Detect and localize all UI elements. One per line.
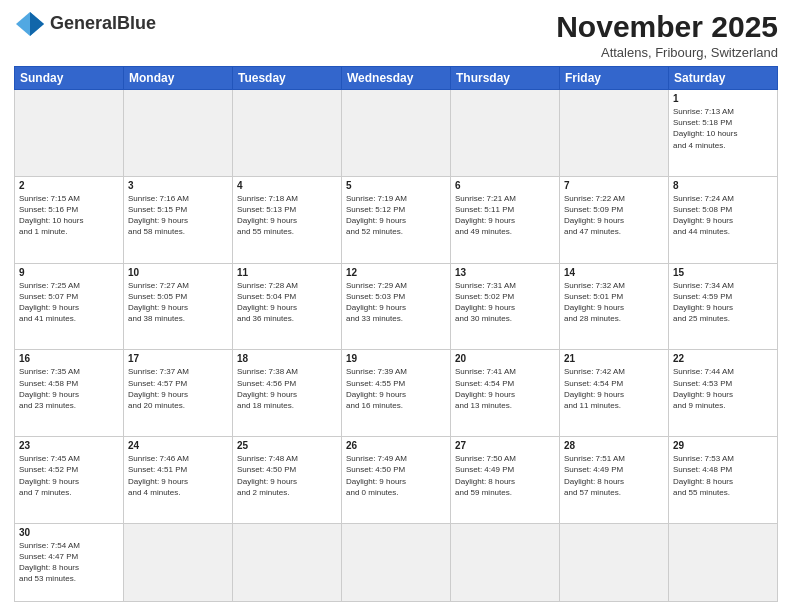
day-number-1: 1 bbox=[673, 93, 773, 104]
day-info-4: Sunrise: 7:18 AM Sunset: 5:13 PM Dayligh… bbox=[237, 193, 337, 238]
calendar-cell-w1-d0: 2Sunrise: 7:15 AM Sunset: 5:16 PM Daylig… bbox=[15, 176, 124, 263]
day-info-3: Sunrise: 7:16 AM Sunset: 5:15 PM Dayligh… bbox=[128, 193, 228, 238]
calendar-cell-w4-d5: 28Sunrise: 7:51 AM Sunset: 4:49 PM Dayli… bbox=[560, 437, 669, 524]
day-number-15: 15 bbox=[673, 267, 773, 278]
calendar-body: 1Sunrise: 7:13 AM Sunset: 5:18 PM Daylig… bbox=[15, 90, 778, 602]
calendar-cell-w2-d2: 11Sunrise: 7:28 AM Sunset: 5:04 PM Dayli… bbox=[233, 263, 342, 350]
title-block: November 2025 Attalens, Fribourg, Switze… bbox=[556, 10, 778, 60]
col-thursday: Thursday bbox=[451, 67, 560, 90]
calendar-cell-w4-d1: 24Sunrise: 7:46 AM Sunset: 4:51 PM Dayli… bbox=[124, 437, 233, 524]
calendar-cell-w2-d3: 12Sunrise: 7:29 AM Sunset: 5:03 PM Dayli… bbox=[342, 263, 451, 350]
day-number-7: 7 bbox=[564, 180, 664, 191]
day-number-21: 21 bbox=[564, 353, 664, 364]
logo-normal: General bbox=[50, 13, 117, 33]
col-sunday: Sunday bbox=[15, 67, 124, 90]
calendar-week-1: 2Sunrise: 7:15 AM Sunset: 5:16 PM Daylig… bbox=[15, 176, 778, 263]
calendar-cell-w4-d2: 25Sunrise: 7:48 AM Sunset: 4:50 PM Dayli… bbox=[233, 437, 342, 524]
day-number-12: 12 bbox=[346, 267, 446, 278]
day-info-11: Sunrise: 7:28 AM Sunset: 5:04 PM Dayligh… bbox=[237, 280, 337, 325]
calendar-cell-w4-d4: 27Sunrise: 7:50 AM Sunset: 4:49 PM Dayli… bbox=[451, 437, 560, 524]
logo: GeneralBlue bbox=[14, 10, 156, 38]
calendar-table: Sunday Monday Tuesday Wednesday Thursday… bbox=[14, 66, 778, 602]
calendar-cell-w1-d4: 6Sunrise: 7:21 AM Sunset: 5:11 PM Daylig… bbox=[451, 176, 560, 263]
logo-text: GeneralBlue bbox=[50, 14, 156, 34]
day-number-19: 19 bbox=[346, 353, 446, 364]
calendar-cell-w0-d3 bbox=[342, 90, 451, 177]
col-friday: Friday bbox=[560, 67, 669, 90]
day-number-26: 26 bbox=[346, 440, 446, 451]
day-info-17: Sunrise: 7:37 AM Sunset: 4:57 PM Dayligh… bbox=[128, 366, 228, 411]
header: GeneralBlue November 2025 Attalens, Frib… bbox=[14, 10, 778, 60]
day-number-5: 5 bbox=[346, 180, 446, 191]
calendar-cell-w0-d4 bbox=[451, 90, 560, 177]
calendar-cell-w3-d2: 18Sunrise: 7:38 AM Sunset: 4:56 PM Dayli… bbox=[233, 350, 342, 437]
day-number-29: 29 bbox=[673, 440, 773, 451]
calendar-cell-w5-d6 bbox=[669, 523, 778, 601]
day-info-28: Sunrise: 7:51 AM Sunset: 4:49 PM Dayligh… bbox=[564, 453, 664, 498]
month-title: November 2025 bbox=[556, 10, 778, 43]
calendar-cell-w2-d1: 10Sunrise: 7:27 AM Sunset: 5:05 PM Dayli… bbox=[124, 263, 233, 350]
calendar-week-0: 1Sunrise: 7:13 AM Sunset: 5:18 PM Daylig… bbox=[15, 90, 778, 177]
day-number-27: 27 bbox=[455, 440, 555, 451]
calendar-cell-w0-d6: 1Sunrise: 7:13 AM Sunset: 5:18 PM Daylig… bbox=[669, 90, 778, 177]
calendar-cell-w3-d6: 22Sunrise: 7:44 AM Sunset: 4:53 PM Dayli… bbox=[669, 350, 778, 437]
day-number-3: 3 bbox=[128, 180, 228, 191]
day-info-14: Sunrise: 7:32 AM Sunset: 5:01 PM Dayligh… bbox=[564, 280, 664, 325]
day-info-29: Sunrise: 7:53 AM Sunset: 4:48 PM Dayligh… bbox=[673, 453, 773, 498]
day-number-25: 25 bbox=[237, 440, 337, 451]
col-tuesday: Tuesday bbox=[233, 67, 342, 90]
calendar-cell-w2-d5: 14Sunrise: 7:32 AM Sunset: 5:01 PM Dayli… bbox=[560, 263, 669, 350]
day-info-30: Sunrise: 7:54 AM Sunset: 4:47 PM Dayligh… bbox=[19, 540, 119, 585]
calendar-cell-w0-d0 bbox=[15, 90, 124, 177]
calendar-cell-w0-d5 bbox=[560, 90, 669, 177]
day-number-4: 4 bbox=[237, 180, 337, 191]
calendar-cell-w0-d2 bbox=[233, 90, 342, 177]
calendar-cell-w0-d1 bbox=[124, 90, 233, 177]
day-info-20: Sunrise: 7:41 AM Sunset: 4:54 PM Dayligh… bbox=[455, 366, 555, 411]
calendar-cell-w1-d5: 7Sunrise: 7:22 AM Sunset: 5:09 PM Daylig… bbox=[560, 176, 669, 263]
day-info-16: Sunrise: 7:35 AM Sunset: 4:58 PM Dayligh… bbox=[19, 366, 119, 411]
calendar-header-row: Sunday Monday Tuesday Wednesday Thursday… bbox=[15, 67, 778, 90]
day-info-27: Sunrise: 7:50 AM Sunset: 4:49 PM Dayligh… bbox=[455, 453, 555, 498]
day-info-18: Sunrise: 7:38 AM Sunset: 4:56 PM Dayligh… bbox=[237, 366, 337, 411]
day-info-21: Sunrise: 7:42 AM Sunset: 4:54 PM Dayligh… bbox=[564, 366, 664, 411]
calendar-week-2: 9Sunrise: 7:25 AM Sunset: 5:07 PM Daylig… bbox=[15, 263, 778, 350]
day-info-10: Sunrise: 7:27 AM Sunset: 5:05 PM Dayligh… bbox=[128, 280, 228, 325]
day-info-7: Sunrise: 7:22 AM Sunset: 5:09 PM Dayligh… bbox=[564, 193, 664, 238]
calendar-cell-w2-d6: 15Sunrise: 7:34 AM Sunset: 4:59 PM Dayli… bbox=[669, 263, 778, 350]
day-number-11: 11 bbox=[237, 267, 337, 278]
day-info-9: Sunrise: 7:25 AM Sunset: 5:07 PM Dayligh… bbox=[19, 280, 119, 325]
day-info-8: Sunrise: 7:24 AM Sunset: 5:08 PM Dayligh… bbox=[673, 193, 773, 238]
day-info-13: Sunrise: 7:31 AM Sunset: 5:02 PM Dayligh… bbox=[455, 280, 555, 325]
calendar-cell-w1-d2: 4Sunrise: 7:18 AM Sunset: 5:13 PM Daylig… bbox=[233, 176, 342, 263]
day-info-1: Sunrise: 7:13 AM Sunset: 5:18 PM Dayligh… bbox=[673, 106, 773, 151]
day-number-10: 10 bbox=[128, 267, 228, 278]
calendar-cell-w5-d5 bbox=[560, 523, 669, 601]
calendar-cell-w3-d4: 20Sunrise: 7:41 AM Sunset: 4:54 PM Dayli… bbox=[451, 350, 560, 437]
day-number-16: 16 bbox=[19, 353, 119, 364]
day-number-18: 18 bbox=[237, 353, 337, 364]
location-subtitle: Attalens, Fribourg, Switzerland bbox=[556, 45, 778, 60]
calendar-cell-w5-d0: 30Sunrise: 7:54 AM Sunset: 4:47 PM Dayli… bbox=[15, 523, 124, 601]
day-info-25: Sunrise: 7:48 AM Sunset: 4:50 PM Dayligh… bbox=[237, 453, 337, 498]
calendar-cell-w4-d3: 26Sunrise: 7:49 AM Sunset: 4:50 PM Dayli… bbox=[342, 437, 451, 524]
logo-bold: Blue bbox=[117, 13, 156, 33]
day-number-23: 23 bbox=[19, 440, 119, 451]
day-number-24: 24 bbox=[128, 440, 228, 451]
day-number-22: 22 bbox=[673, 353, 773, 364]
day-number-14: 14 bbox=[564, 267, 664, 278]
calendar-week-4: 23Sunrise: 7:45 AM Sunset: 4:52 PM Dayli… bbox=[15, 437, 778, 524]
col-monday: Monday bbox=[124, 67, 233, 90]
day-info-2: Sunrise: 7:15 AM Sunset: 5:16 PM Dayligh… bbox=[19, 193, 119, 238]
svg-marker-1 bbox=[30, 12, 44, 36]
day-number-30: 30 bbox=[19, 527, 119, 538]
day-number-13: 13 bbox=[455, 267, 555, 278]
page: GeneralBlue November 2025 Attalens, Frib… bbox=[0, 0, 792, 612]
calendar-cell-w3-d5: 21Sunrise: 7:42 AM Sunset: 4:54 PM Dayli… bbox=[560, 350, 669, 437]
day-info-5: Sunrise: 7:19 AM Sunset: 5:12 PM Dayligh… bbox=[346, 193, 446, 238]
calendar-cell-w5-d1 bbox=[124, 523, 233, 601]
calendar-cell-w4-d6: 29Sunrise: 7:53 AM Sunset: 4:48 PM Dayli… bbox=[669, 437, 778, 524]
day-info-22: Sunrise: 7:44 AM Sunset: 4:53 PM Dayligh… bbox=[673, 366, 773, 411]
calendar-cell-w3-d0: 16Sunrise: 7:35 AM Sunset: 4:58 PM Dayli… bbox=[15, 350, 124, 437]
logo-icon bbox=[14, 10, 46, 38]
